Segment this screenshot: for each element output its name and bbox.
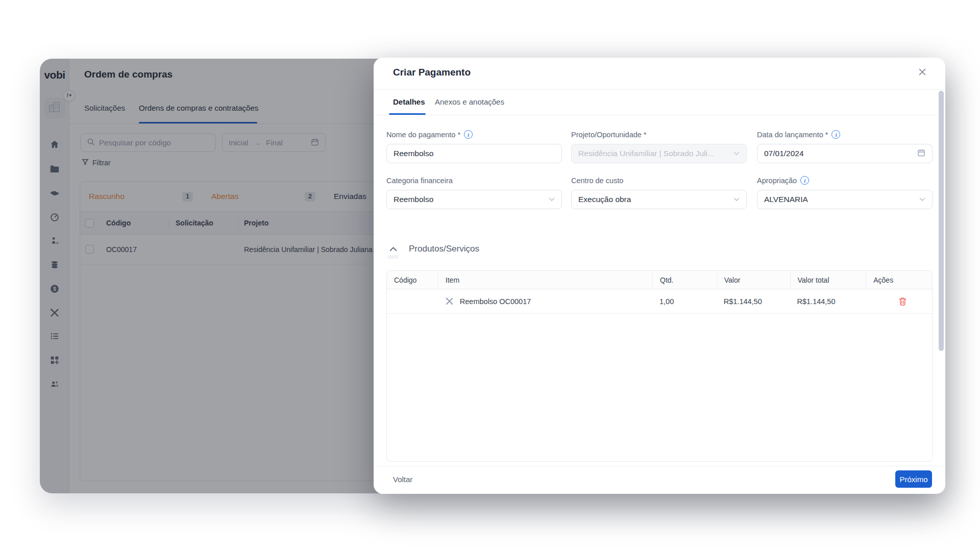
products-header-valor: Valor — [717, 271, 790, 289]
product-qtd: 1,00 — [652, 297, 717, 306]
project-select-value: Residência Unifamiliar | Sobrado Juli... — [578, 149, 733, 158]
products-header-item: Item — [438, 271, 652, 289]
close-icon — [918, 67, 927, 79]
modal-header-divider — [374, 89, 945, 90]
modal-footer-divider — [374, 466, 945, 466]
field-categoria-financeira: Categoria financeira Reembolso — [386, 176, 562, 209]
products-section-title: Produtos/Serviços — [409, 244, 479, 254]
field-apropriacao: Apropriação i ALVENARIA — [757, 176, 933, 209]
field-label: Centro de custo — [571, 177, 623, 185]
field-label: Categoria financeira — [386, 177, 453, 185]
close-button[interactable] — [917, 67, 928, 79]
field-centro-de-custo: Centro de custo Execução obra — [571, 176, 747, 209]
field-projeto-oportunidade: Projeto/Oportunidade * Residência Unifam… — [571, 130, 747, 163]
info-icon[interactable]: i — [831, 130, 840, 139]
chevron-down-icon — [733, 197, 740, 202]
delete-item-button[interactable] — [898, 297, 907, 306]
payment-name-input[interactable] — [394, 149, 555, 158]
info-icon[interactable]: i — [464, 130, 473, 139]
cost-center-select[interactable]: Execução obra — [571, 190, 747, 209]
products-header-codigo: Código — [387, 271, 438, 289]
field-label: Nome do pagamento * — [386, 131, 460, 139]
chevron-down-icon — [549, 197, 555, 202]
field-label: Apropriação — [757, 177, 797, 185]
appropriation-value: ALVENARIA — [764, 195, 919, 204]
appropriation-select[interactable]: ALVENARIA — [757, 190, 933, 209]
product-valor-total: R$1.144,50 — [790, 297, 866, 306]
modal-tabs-divider — [374, 115, 945, 115]
field-nome-do-pagamento: Nome do pagamento * i — [386, 130, 562, 163]
financial-category-select[interactable]: Reembolso — [386, 190, 562, 209]
products-table-header: Código Item Qtd. Valor Valor total Ações — [387, 271, 932, 289]
modal-scrollbar-thumb[interactable] — [939, 91, 944, 351]
create-payment-modal: Criar Pagamento Detalhes Anexos e anotaç… — [374, 58, 945, 494]
modal-tab-anexos[interactable]: Anexos e anotações — [435, 97, 504, 106]
modal-title: Criar Pagamento — [393, 67, 471, 78]
products-table: Código Item Qtd. Valor Valor total Ações… — [386, 270, 933, 462]
info-icon[interactable]: i — [800, 176, 809, 185]
collapse-section-button[interactable] — [386, 242, 400, 256]
chevron-down-icon — [919, 197, 925, 202]
project-select[interactable]: Residência Unifamiliar | Sobrado Juli... — [571, 144, 747, 163]
tools-icon — [445, 297, 454, 306]
product-row: Reembolso OC00017 1,00 R$1.144,50 R$1.14… — [387, 289, 932, 314]
product-item-name: Reembolso OC00017 — [460, 297, 531, 306]
financial-category-value: Reembolso — [394, 195, 549, 204]
field-data-do-lancamento: Data do lançamento * i 07/01/2024 — [757, 130, 933, 163]
chevron-up-icon — [389, 244, 397, 254]
products-header-acoes: Ações — [866, 271, 932, 289]
calendar-icon — [917, 148, 925, 159]
field-label: Projeto/Oportunidade * — [571, 131, 647, 139]
product-valor: R$1.144,50 — [717, 297, 790, 306]
chevron-down-icon — [733, 152, 740, 156]
next-button[interactable]: Próximo — [895, 470, 932, 488]
section-handle — [387, 255, 399, 259]
page: vobi — [0, 0, 980, 551]
launch-date-input[interactable]: 07/01/2024 — [757, 144, 933, 163]
back-button[interactable]: Voltar — [393, 475, 412, 484]
field-label: Data do lançamento * — [757, 131, 828, 139]
cost-center-value: Execução obra — [578, 195, 733, 204]
launch-date-value: 07/01/2024 — [764, 149, 917, 158]
products-header-valor-total: Valor total — [790, 271, 866, 289]
products-header-qtd: Qtd. — [652, 271, 717, 289]
modal-tab-detalhes[interactable]: Detalhes — [393, 97, 425, 106]
products-section-header: Produtos/Serviços — [386, 242, 479, 256]
